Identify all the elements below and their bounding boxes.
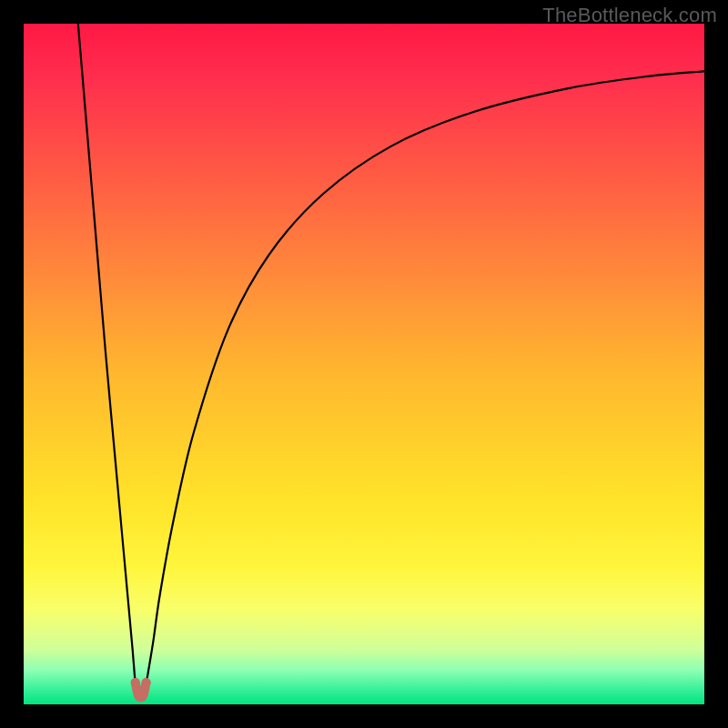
optimal-marker-dot-right	[142, 678, 151, 687]
optimal-marker-dot-left	[131, 678, 140, 687]
curve-left-branch	[78, 24, 136, 684]
plot-frame	[24, 24, 704, 704]
bottleneck-curve-svg	[24, 24, 704, 704]
curve-right-branch	[147, 71, 704, 683]
watermark-text: TheBottleneck.com	[542, 4, 717, 27]
